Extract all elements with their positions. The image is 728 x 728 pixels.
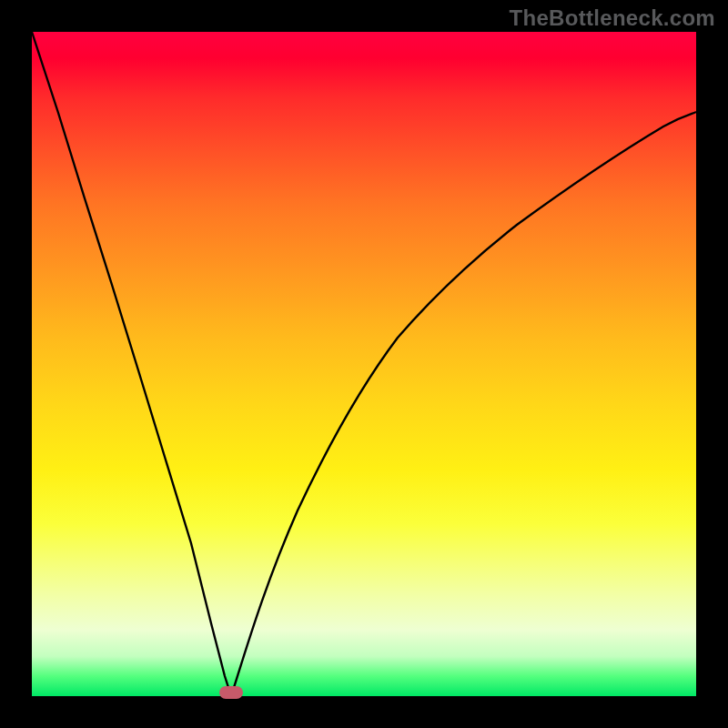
- plot-area: [32, 32, 696, 696]
- optimum-marker: [219, 686, 243, 699]
- chart-frame: TheBottleneck.com: [0, 0, 728, 728]
- bottleneck-curve: [32, 32, 696, 696]
- watermark-text: TheBottleneck.com: [510, 5, 715, 31]
- curve-left-branch: [32, 32, 231, 696]
- curve-right-branch: [231, 112, 696, 696]
